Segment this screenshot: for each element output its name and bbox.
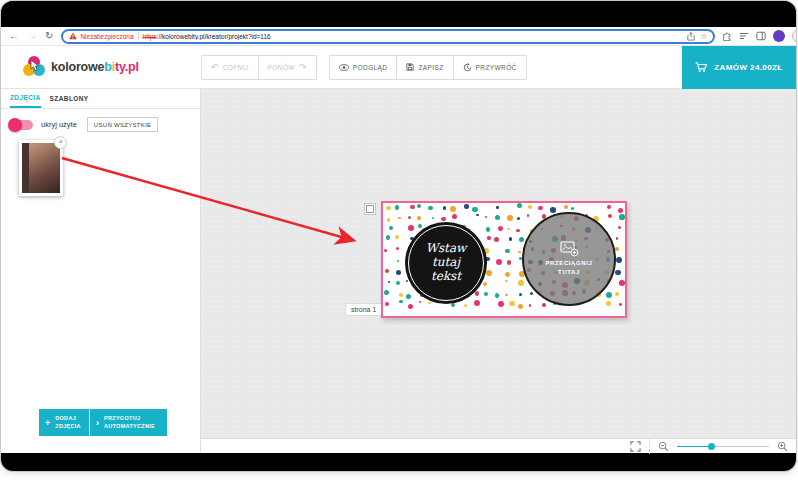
- page-select-checkbox[interactable]: [364, 203, 376, 215]
- browser-tab-strip: [1, 1, 796, 27]
- hide-used-toggle[interactable]: [9, 120, 33, 130]
- hide-used-row: ukryj użyte USUŃ WSZYSTKIE: [9, 117, 192, 132]
- photos-sidebar: ZDJĘCIA SZABLONY ukryj użyte USUŃ WSZYST…: [1, 89, 201, 453]
- url-bar[interactable]: Niezabezpieczona https ://kolorowebity.p…: [61, 29, 715, 44]
- zoom-bar-divider: [649, 439, 650, 454]
- file-actions-group: PODGLĄD ZAPISZ PRZYWRÓ: [329, 55, 527, 80]
- sidebar-tabs: ZDJĘCIA SZABLONY: [1, 89, 200, 109]
- update-button[interactable]: Aktualizuj: [792, 29, 796, 43]
- bookmark-star-icon[interactable]: ☆: [700, 32, 707, 41]
- auto-prepare-button[interactable]: › PRZYGOTUJAUTOMATYCZNIE: [90, 409, 167, 436]
- redo-button[interactable]: PONÓW ↷: [258, 55, 317, 80]
- text-placeholder-label: Wstaw tutaj tekst: [426, 242, 467, 283]
- page-label: strona 1: [345, 303, 382, 316]
- zoom-slider-fill: [677, 446, 712, 448]
- chevron-right-icon: ›: [96, 418, 99, 428]
- restore-icon: [463, 63, 472, 72]
- url-separator: [138, 32, 139, 40]
- url-path: ://kolorowebity.pl/kreator/projekt?id=11…: [157, 33, 271, 40]
- reading-list-icon[interactable]: [739, 31, 749, 41]
- thumbnail-image: [22, 143, 60, 193]
- undo-button[interactable]: ↶ COFNIJ: [201, 55, 259, 80]
- profile-avatar[interactable]: [773, 30, 785, 42]
- order-button-label: ZAMÓW 24.00ZŁ: [714, 63, 782, 72]
- photo-drop-zone[interactable]: PRZECIĄGNIJ TUTAJ: [522, 212, 616, 306]
- back-icon[interactable]: ←: [9, 31, 19, 41]
- forward-icon[interactable]: →: [27, 31, 37, 41]
- logo-text: kolorowebity.pl: [51, 60, 139, 74]
- side-panel-icon[interactable]: [756, 31, 766, 41]
- share-icon[interactable]: [687, 32, 695, 41]
- undo-redo-group: ↶ COFNIJ PONÓW ↷: [201, 55, 317, 80]
- browser-toolbar: ← → ↻ Niezabezpieczona https ://kolorowe…: [1, 27, 796, 46]
- security-warning-icon: [69, 32, 77, 40]
- undo-icon: ↶: [211, 63, 219, 72]
- logo-dots-icon: [23, 55, 47, 79]
- zoom-slider[interactable]: [677, 442, 769, 451]
- redo-icon: ↷: [299, 63, 307, 72]
- zoom-in-icon[interactable]: [777, 441, 788, 452]
- image-plus-icon: [560, 241, 579, 257]
- security-warning-label: Niezabezpieczona: [80, 33, 133, 40]
- add-photos-button[interactable]: + DODAJZDJĘCIA: [39, 409, 89, 436]
- eye-icon: [339, 64, 349, 71]
- photo-thumbnail[interactable]: ×: [19, 140, 63, 196]
- preview-button[interactable]: PODGLĄD: [329, 55, 398, 80]
- floppy-icon: [406, 63, 414, 71]
- order-button[interactable]: ZAMÓW 24.00ZŁ: [682, 46, 796, 89]
- extensions-icon[interactable]: [722, 31, 732, 41]
- delete-all-button[interactable]: USUŃ WSZYSTKIE: [87, 117, 159, 132]
- thumbnail-close-icon[interactable]: ×: [54, 136, 67, 149]
- tab-photos[interactable]: ZDJĘCIA: [10, 89, 41, 108]
- zoom-slider-thumb[interactable]: [708, 443, 715, 450]
- url-protocol: https: [143, 33, 157, 40]
- cursor-hand-icon: [29, 59, 41, 72]
- zoom-bar: [201, 438, 796, 453]
- drop-zone-label: PRZECIĄGNIJ TUTAJ: [546, 259, 593, 277]
- fit-screen-icon[interactable]: [630, 441, 641, 452]
- site-logo[interactable]: kolorowebity.pl: [23, 55, 139, 79]
- tab-templates[interactable]: SZABLONY: [50, 89, 89, 108]
- zoom-out-icon[interactable]: [658, 441, 669, 452]
- app-header: kolorowebity.pl ↶ COFNIJ PONÓW ↷: [1, 46, 796, 89]
- hide-used-label: ukryj użyte: [41, 120, 77, 129]
- text-placeholder-circle[interactable]: Wstaw tutaj tekst: [405, 222, 487, 304]
- save-button[interactable]: ZAPISZ: [396, 55, 453, 80]
- toggle-knob: [8, 118, 22, 132]
- design-canvas[interactable]: Wstaw tutaj tekst PRZECIĄGNIJ: [381, 201, 627, 318]
- screenshot-root: ← → ↻ Niezabezpieczona https ://kolorowe…: [0, 0, 798, 482]
- reload-icon[interactable]: ↻: [45, 31, 53, 41]
- cart-icon: [695, 62, 708, 73]
- plus-icon: +: [45, 418, 50, 428]
- restore-button[interactable]: PRZYWRÓĆ: [453, 55, 527, 80]
- browser-window: ← → ↻ Niezabezpieczona https ://kolorowe…: [1, 1, 796, 471]
- editor-workspace: strona 1 Wstaw tutaj tekst: [201, 89, 796, 438]
